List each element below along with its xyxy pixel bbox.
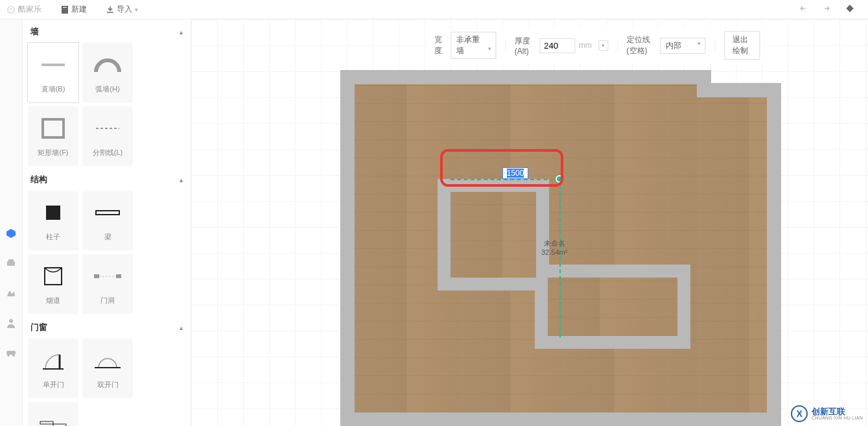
floor-area[interactable] (697, 97, 767, 412)
tool-opening[interactable]: 门洞 (82, 254, 133, 314)
svg-rect-14 (96, 211, 119, 215)
rail-user[interactable] (5, 316, 18, 329)
tool-beam[interactable]: 梁 (82, 191, 133, 250)
rail-car[interactable] (5, 346, 18, 359)
exit-draw-button[interactable]: 退出绘制 (724, 31, 760, 60)
svg-rect-2 (63, 7, 67, 8)
beam-icon (95, 208, 121, 217)
floor-area[interactable] (451, 192, 536, 278)
measure-line[interactable] (451, 179, 561, 180)
redo-button[interactable] (821, 4, 832, 15)
undo-button[interactable] (798, 4, 808, 15)
chevron-down-icon: ▾ (135, 6, 138, 13)
width-label: 宽度 (434, 34, 444, 56)
section-door-header[interactable]: 门窗 ▴ (27, 315, 187, 337)
rail-print[interactable] (5, 257, 18, 270)
tool-double-door[interactable]: 双开门 (82, 338, 133, 398)
svg-rect-5 (8, 259, 14, 261)
svg-point-8 (7, 354, 10, 357)
dash-line-icon (95, 126, 121, 130)
thickness-dropdown[interactable]: ▾ (598, 40, 608, 51)
watermark-logo-icon: X (791, 405, 808, 422)
measure-handle[interactable] (556, 175, 563, 183)
tool-straight-wall[interactable]: 直墙(B) (28, 43, 78, 102)
svg-rect-11 (43, 119, 64, 137)
section-structure-header[interactable]: 结构 ▴ (27, 167, 187, 189)
svg-rect-4 (7, 261, 15, 266)
tool-column[interactable]: 柱子 (28, 191, 78, 250)
locator-select[interactable]: 内部 (660, 38, 705, 54)
person-icon (6, 318, 16, 328)
undo-icon (798, 4, 808, 13)
thickness-label: 厚度(Alt) (515, 36, 533, 56)
thickness-input[interactable] (539, 38, 575, 53)
diamond-icon (845, 3, 855, 14)
sliding-door-icon (38, 420, 69, 427)
tool-split-line[interactable]: 分割线(L) (82, 106, 133, 166)
svg-point-6 (9, 319, 13, 323)
wall-segment[interactable] (340, 412, 781, 426)
new-button[interactable]: 新建 (61, 4, 87, 15)
svg-rect-1 (62, 6, 68, 14)
crown-icon (6, 289, 16, 298)
file-icon (61, 5, 69, 14)
svg-rect-17 (116, 274, 121, 278)
rect-wall-icon (41, 117, 65, 139)
app-logo: 酷家乐 (6, 4, 41, 15)
floorplan[interactable]: 未命名 32.54m² (340, 70, 781, 426)
clock-icon (6, 5, 16, 14)
column-icon (43, 203, 63, 222)
printer-icon (6, 259, 16, 268)
flue-icon (43, 266, 64, 287)
svg-rect-7 (6, 351, 16, 355)
wall-segment[interactable] (767, 83, 781, 426)
redo-icon (821, 4, 832, 13)
arc-wall-icon (93, 55, 122, 75)
rail-crown[interactable] (5, 287, 18, 300)
svg-rect-22 (40, 421, 53, 424)
tool-arc-wall[interactable]: 弧墙(H) (82, 43, 133, 102)
double-door-icon (92, 351, 123, 370)
tool-rect-wall[interactable]: 矩形墙(F) (28, 106, 78, 166)
color-button[interactable] (845, 3, 855, 16)
svg-rect-3 (846, 5, 853, 12)
chevron-up-icon: ▴ (180, 324, 183, 331)
thickness-unit: mm (579, 41, 592, 50)
svg-rect-13 (46, 206, 60, 220)
single-door-icon (40, 349, 66, 372)
floor-area[interactable] (548, 278, 677, 336)
import-button[interactable]: 导入 ▾ (106, 4, 138, 15)
svg-rect-23 (53, 424, 66, 427)
locator-label: 定位线(空格) (627, 34, 654, 56)
rail-home[interactable] (5, 227, 18, 240)
straight-wall-icon (40, 62, 66, 68)
car-icon (6, 349, 16, 357)
measure-guide (559, 179, 561, 338)
width-select[interactable]: 非承重墙 (451, 32, 496, 59)
chevron-up-icon: ▴ (180, 29, 183, 36)
chevron-up-icon: ▴ (180, 176, 183, 183)
cube-icon (5, 228, 17, 239)
canvas[interactable]: 宽度 非承重墙 厚度(Alt) mm ▾ 定位线(空格) 内部 退出绘制 (191, 19, 868, 426)
tool-single-door[interactable]: 单开门 (28, 338, 78, 398)
tool-sliding-door[interactable]: 移门 (28, 402, 78, 426)
room-label: 未命名 32.54m² (541, 239, 567, 257)
tool-flue[interactable]: 烟道 (28, 254, 78, 314)
svg-rect-16 (94, 274, 99, 278)
app-name: 酷家乐 (18, 4, 41, 15)
watermark: X 创新互联 CHUANG XIN HU LIAN (791, 405, 863, 422)
wall-segment[interactable] (340, 70, 355, 426)
section-wall-header[interactable]: 墙 ▴ (27, 19, 187, 41)
opening-icon (93, 271, 123, 281)
options-bar: 宽度 非承重墙 厚度(Alt) mm ▾ 定位线(空格) 内部 退出绘制 (428, 27, 766, 64)
import-icon (106, 6, 114, 14)
wall-segment[interactable] (340, 70, 697, 84)
svg-point-9 (12, 354, 15, 357)
svg-rect-10 (41, 64, 65, 66)
measure-input[interactable] (502, 167, 528, 179)
